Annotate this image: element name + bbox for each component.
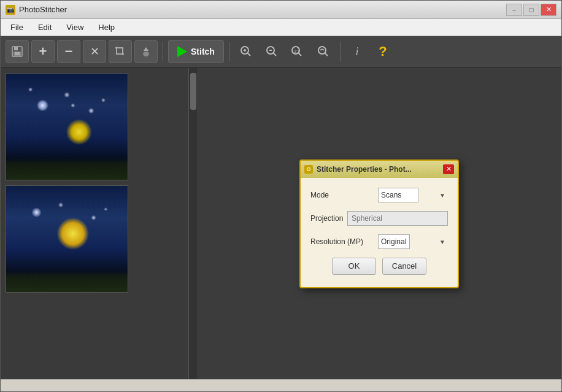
dialog-close-button[interactable]: ✕ [443, 164, 454, 174]
dialog-title-left: ⚙ Stitcher Properties - Phot... [304, 165, 412, 174]
dialog-titlebar: ⚙ Stitcher Properties - Phot... ✕ [301, 161, 458, 178]
mode-select-wrapper: Scans Handheld Panorama ▼ [378, 188, 448, 202]
save-button[interactable] [6, 40, 29, 63]
resolution-select-wrapper: Original 12 MP 8 MP 4 MP ▼ [378, 234, 448, 249]
delete-button[interactable]: ✕ [83, 40, 106, 63]
resolution-label: Resolution (MP) [310, 237, 378, 246]
status-bar [1, 379, 561, 392]
stitch-button[interactable]: Stitch [168, 40, 224, 63]
toolbar: + − ✕ Stitch [1, 36, 561, 68]
svg-line-11 [273, 53, 276, 56]
zoom-fit-button[interactable] [312, 40, 335, 63]
scroll-thumb[interactable] [190, 73, 196, 110]
toolbar-separator-2 [229, 42, 229, 61]
svg-line-8 [247, 53, 250, 56]
resolution-select-arrow: ▼ [439, 238, 445, 245]
svg-line-14 [298, 53, 301, 56]
projection-input[interactable] [347, 211, 448, 226]
title-bar-left: 📷 PhotoStitcher [6, 5, 67, 15]
stitch-label: Stitch [191, 47, 215, 56]
zoom-in-button[interactable] [234, 40, 258, 63]
minimize-button[interactable]: − [506, 4, 522, 16]
mode-label: Mode [310, 191, 378, 199]
thumbnails-list [1, 68, 188, 379]
svg-point-15 [318, 47, 326, 54]
toolbar-separator-1 [163, 42, 163, 61]
svg-line-16 [325, 53, 328, 56]
cancel-button[interactable]: Cancel [382, 258, 426, 275]
window-title: PhotoStitcher [19, 5, 67, 14]
toolbar-separator-3 [340, 42, 341, 61]
window-controls: − □ ✕ [506, 4, 556, 16]
thumbnail-2[interactable] [6, 185, 128, 293]
app-icon: 📷 [6, 5, 15, 15]
play-icon [177, 46, 187, 57]
mode-select[interactable]: Scans Handheld Panorama [378, 188, 418, 202]
remove-button[interactable]: − [57, 40, 80, 63]
dialog-buttons: OK Cancel [310, 258, 448, 277]
thumbnail-1[interactable] [6, 73, 128, 180]
svg-rect-1 [14, 47, 18, 50]
help-button[interactable]: ? [371, 40, 395, 63]
close-button[interactable]: ✕ [541, 4, 556, 16]
svg-rect-3 [15, 52, 20, 55]
dialog-icon: ⚙ [304, 165, 313, 174]
resolution-select[interactable]: Original 12 MP 8 MP 4 MP [378, 234, 410, 249]
ok-button[interactable]: OK [332, 258, 376, 275]
projection-row: Projection [310, 211, 448, 226]
zoom-out-button[interactable] [260, 40, 283, 63]
dialog-title: Stitcher Properties - Phot... [317, 165, 412, 174]
fill-button[interactable] [134, 40, 158, 63]
left-panel [1, 68, 197, 379]
add-button[interactable]: + [31, 40, 55, 63]
resolution-row: Resolution (MP) Original 12 MP 8 MP 4 MP… [310, 234, 448, 249]
canvas-area: ⚙ Stitcher Properties - Phot... ✕ Mode S… [197, 68, 561, 379]
scrollbar[interactable] [188, 68, 197, 379]
menu-file[interactable]: File [3, 20, 31, 34]
crop-button[interactable] [109, 40, 132, 63]
menu-help[interactable]: Help [91, 20, 122, 34]
stitcher-properties-dialog: ⚙ Stitcher Properties - Phot... ✕ Mode S… [299, 159, 459, 288]
dialog-overlay: ⚙ Stitcher Properties - Phot... ✕ Mode S… [197, 68, 561, 379]
dialog-body: Mode Scans Handheld Panorama ▼ Proje [301, 178, 458, 287]
svg-text:1:1: 1:1 [294, 49, 300, 53]
mode-row: Mode Scans Handheld Panorama ▼ [310, 188, 448, 202]
title-bar: 📷 PhotoStitcher − □ ✕ [1, 1, 561, 19]
info-button[interactable]: i [345, 40, 369, 63]
maximize-button[interactable]: □ [523, 4, 539, 16]
projection-label: Projection [310, 214, 347, 223]
main-area: ⚙ Stitcher Properties - Phot... ✕ Mode S… [1, 68, 561, 379]
svg-point-4 [143, 52, 149, 56]
menu-bar: File Edit View Help [1, 19, 561, 36]
zoom-actual-button[interactable]: 1:1 [286, 40, 309, 63]
mode-select-arrow: ▼ [439, 191, 445, 198]
menu-edit[interactable]: Edit [31, 20, 59, 34]
menu-view[interactable]: View [59, 20, 91, 34]
